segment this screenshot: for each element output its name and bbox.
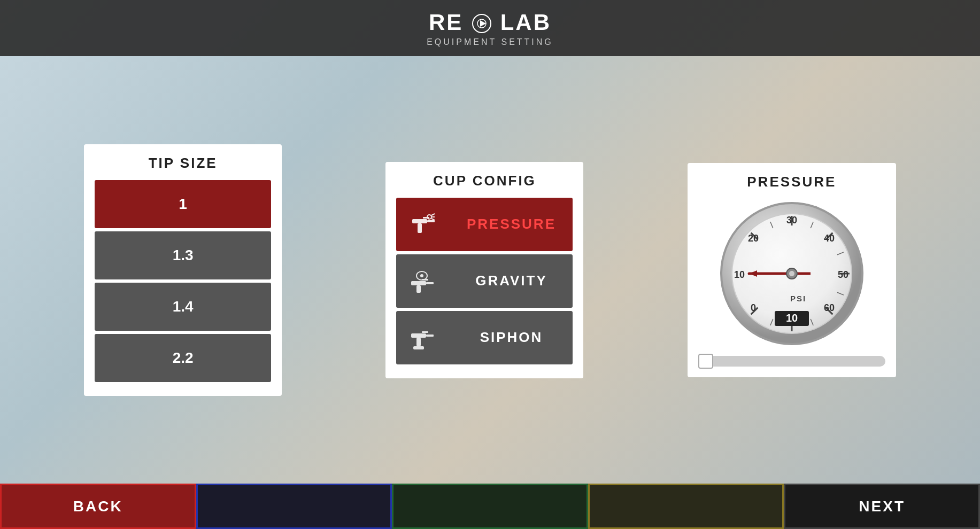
gauge-label-40: 40 — [824, 233, 835, 244]
svg-point-15 — [420, 274, 423, 277]
tip-option-2-2[interactable]: 2.2 — [95, 334, 271, 382]
gauge-value-text: 10 — [786, 312, 798, 324]
svg-rect-22 — [426, 334, 434, 337]
logo: RE LAB — [429, 10, 551, 35]
pressure-panel: PRESSURE — [688, 163, 896, 377]
bottom-bar: BACK NEXT — [0, 484, 980, 529]
svg-rect-17 — [411, 333, 426, 338]
page-subtitle: EQUIPMENT SETTING — [427, 37, 553, 47]
tip-option-1-4[interactable]: 1.4 — [95, 283, 271, 331]
gauge-label-60: 60 — [824, 302, 835, 313]
pressure-title: PRESSURE — [747, 174, 836, 190]
cup-pressure-label: PRESSURE — [450, 216, 573, 232]
svg-rect-13 — [416, 285, 421, 293]
gauge-label-30: 30 — [786, 215, 797, 225]
svg-rect-11 — [411, 281, 426, 285]
gauge-label-0: 0 — [751, 302, 756, 313]
next-button[interactable]: NEXT — [784, 484, 980, 529]
svg-rect-18 — [422, 331, 428, 333]
cup-option-gravity[interactable]: GRAVITY — [396, 254, 573, 308]
pressure-gauge: 0 10 20 30 40 50 60 PSI — [717, 199, 867, 348]
slider-thumb[interactable] — [698, 354, 713, 369]
svg-line-9 — [431, 214, 435, 215]
slot3-button[interactable] — [588, 484, 784, 529]
header: RE LAB EQUIPMENT SETTING — [0, 0, 980, 56]
pressure-icon-area — [396, 198, 450, 251]
gauge-label-20: 20 — [748, 233, 759, 244]
siphon-icon-area — [396, 311, 450, 364]
gauge-svg: 0 10 20 30 40 50 60 PSI — [717, 199, 867, 348]
logo-text: RE LAB — [429, 10, 551, 35]
pressure-gun-icon — [407, 208, 439, 240]
siphon-gun-icon — [407, 322, 439, 354]
gravity-gun-icon — [407, 265, 439, 297]
svg-rect-6 — [427, 220, 435, 222]
cup-config-title: CUP CONFIG — [396, 173, 573, 189]
cup-gravity-label: GRAVITY — [450, 273, 573, 289]
slot1-button[interactable] — [196, 484, 392, 529]
back-button[interactable]: BACK — [0, 484, 196, 529]
slider-track[interactable] — [698, 356, 885, 367]
gauge-psi-text: PSI — [790, 294, 806, 303]
svg-rect-5 — [418, 223, 422, 233]
slot2-button[interactable] — [392, 484, 588, 529]
cup-siphon-label: SIPHON — [450, 329, 573, 346]
gauge-label-10: 10 — [734, 269, 745, 280]
tip-size-panel: TIP SIZE 1 1.3 1.4 2.2 — [84, 144, 282, 396]
svg-rect-3 — [412, 219, 427, 223]
gauge-label-50: 50 — [838, 269, 848, 280]
svg-rect-20 — [413, 346, 424, 349]
svg-line-10 — [431, 219, 435, 220]
tip-size-title: TIP SIZE — [95, 155, 271, 172]
cup-option-pressure[interactable]: PRESSURE — [396, 198, 573, 251]
pressure-slider-container — [698, 356, 885, 367]
svg-rect-16 — [426, 282, 434, 284]
svg-point-43 — [789, 271, 794, 276]
tip-option-1[interactable]: 1 — [95, 180, 271, 228]
logo-play-icon — [472, 14, 491, 33]
cup-config-panel: CUP CONFIG PRE — [385, 162, 583, 378]
tip-option-1-3[interactable]: 1.3 — [95, 231, 271, 279]
cup-option-siphon[interactable]: SIPHON — [396, 311, 573, 364]
main-content: TIP SIZE 1 1.3 1.4 2.2 CUP CONFIG — [0, 56, 980, 484]
gravity-icon-area — [396, 254, 450, 308]
